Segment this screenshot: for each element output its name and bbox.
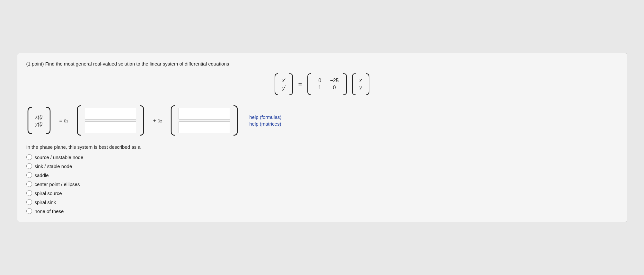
plus-c2: + c₂ (153, 118, 162, 124)
right-bracket-matrix (342, 73, 348, 95)
equals-c1: = c₁ (59, 118, 68, 124)
radio-sink-stable[interactable] (26, 163, 32, 169)
option-saddle[interactable]: saddle (26, 172, 618, 178)
matrix-10: 1 (315, 85, 324, 91)
option-spiral-source[interactable]: spiral source (26, 190, 618, 196)
radio-group: source / unstable node sink / stable nod… (26, 154, 618, 214)
rhs-cells: x y (357, 76, 364, 92)
radio-spiral-source[interactable] (26, 190, 32, 196)
c2-matrix (170, 104, 239, 137)
left-bracket-rhs (351, 73, 357, 95)
c1-top-input[interactable] (85, 108, 136, 120)
coefficient-matrix: 0 −25 1 0 (306, 73, 348, 95)
matrix-11: 0 (330, 85, 339, 91)
help-formulas-link[interactable]: help (formulas) (249, 114, 281, 120)
solution-lhs-cells: x(t) y(t) (33, 113, 45, 128)
help-links: help (formulas) help (matrices) (249, 114, 281, 127)
option-sink-stable[interactable]: sink / stable node (26, 163, 618, 169)
rhs-x: x (359, 78, 362, 84)
xt-label: x(t) (35, 114, 43, 120)
left-bracket-solution (26, 106, 33, 135)
lhs-vector: x′ y′ (274, 73, 294, 95)
yt-label: y(t) (35, 121, 43, 127)
option-source-unstable[interactable]: source / unstable node (26, 154, 618, 160)
question-header: (1 point) Find the most general real-val… (26, 61, 618, 67)
option-spiral-sink-label: spiral sink (35, 200, 56, 205)
question-card: (1 point) Find the most general real-val… (17, 53, 627, 222)
right-bracket-c2 (232, 104, 239, 137)
matrix-cells: 0 −25 1 0 (313, 76, 341, 92)
right-bracket-rhs (365, 73, 370, 95)
c2-top-input[interactable] (179, 108, 230, 120)
rhs-y: y (359, 85, 362, 91)
option-center-point-label: center point / ellipses (35, 182, 80, 187)
option-spiral-source-label: spiral source (35, 191, 62, 196)
lhs-cells: x′ y′ (280, 76, 287, 93)
c1-bottom-input[interactable] (85, 121, 136, 133)
option-source-unstable-label: source / unstable node (35, 155, 84, 160)
option-center-point[interactable]: center point / ellipses (26, 181, 618, 187)
option-none-of-these[interactable]: none of these (26, 208, 618, 214)
matrix-00: 0 (315, 78, 324, 84)
help-matrices-link[interactable]: help (matrices) (249, 121, 281, 127)
solution-lhs-vector: x(t) y(t) (26, 106, 52, 135)
solution-row: x(t) y(t) = c₁ + c₂ (26, 104, 618, 137)
lhs-y-prime: y′ (282, 85, 285, 91)
left-bracket-c1 (76, 104, 83, 137)
left-bracket-c2 (170, 104, 177, 137)
rhs-vector: x y (351, 73, 370, 95)
option-spiral-sink[interactable]: spiral sink (26, 199, 618, 205)
c1-input-cells (84, 107, 137, 134)
right-bracket-solution (45, 106, 52, 135)
radio-source-unstable[interactable] (26, 154, 32, 160)
c2-bottom-input[interactable] (179, 121, 230, 133)
phase-description: In the phase plane, this system is best … (26, 144, 618, 150)
right-bracket-lhs (288, 73, 294, 95)
option-none-of-these-label: none of these (35, 208, 64, 214)
radio-spiral-sink[interactable] (26, 199, 32, 205)
radio-center-point[interactable] (26, 181, 32, 187)
matrix-equation: x′ y′ = 0 −25 1 0 (26, 73, 618, 95)
lhs-x-prime: x′ (282, 77, 285, 84)
option-saddle-label: saddle (35, 173, 49, 178)
c2-input-cells (177, 107, 231, 134)
matrix-01: −25 (330, 78, 339, 84)
radio-saddle[interactable] (26, 172, 32, 178)
radio-none-of-these[interactable] (26, 208, 32, 214)
left-bracket-lhs (274, 73, 279, 95)
left-bracket-matrix (306, 73, 312, 95)
option-sink-stable-label: sink / stable node (35, 164, 72, 169)
right-bracket-c1 (138, 104, 145, 137)
c1-matrix (76, 104, 145, 137)
equals-sign-main: = (298, 81, 302, 88)
